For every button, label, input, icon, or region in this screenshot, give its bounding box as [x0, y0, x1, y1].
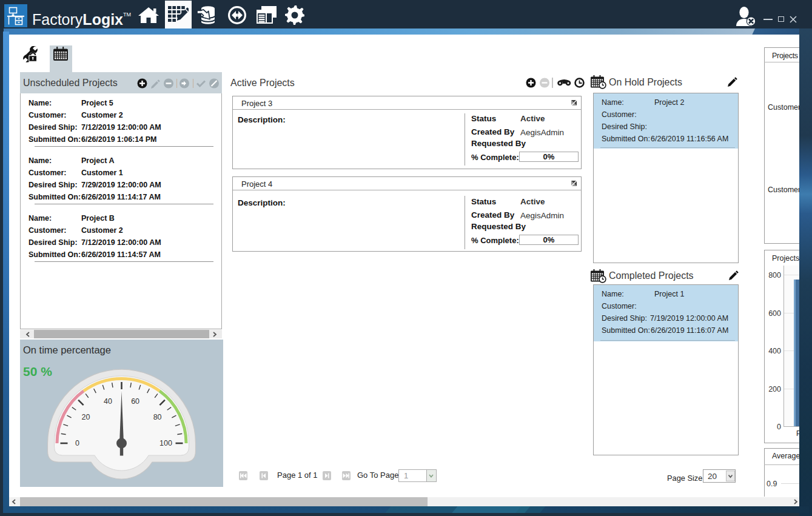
svg-text:80: 80	[153, 413, 162, 421]
svg-text:100: 100	[159, 439, 172, 447]
svg-text:20: 20	[81, 413, 90, 421]
svg-text:0: 0	[75, 439, 79, 447]
svg-text:40: 40	[104, 397, 112, 406]
svg-text:60: 60	[131, 397, 139, 406]
